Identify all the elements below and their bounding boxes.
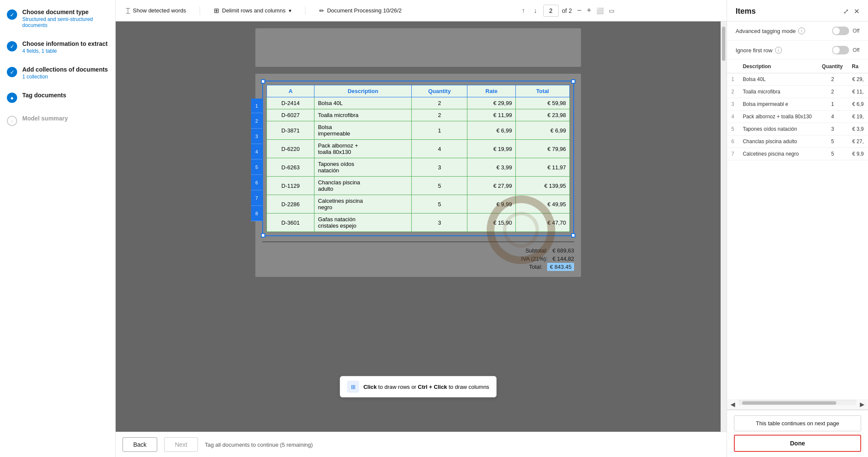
col-header-total: Total [515, 85, 569, 97]
cell-rate-4: € 19,99 [467, 140, 516, 158]
expand-panel-button[interactable]: ⤢ [843, 7, 849, 15]
chevron-down-icon: ▾ [289, 8, 291, 14]
table-row: D-2286 Calcetines piscinanegro 5 € 9,99 … [267, 195, 570, 213]
v-scroll-thumb[interactable] [722, 27, 725, 61]
cell-qty-5: 3 [412, 158, 467, 177]
item-qty-3: 1 [817, 98, 847, 111]
advanced-tagging-toggle[interactable] [832, 27, 849, 35]
vertical-scrollbar[interactable] [721, 21, 727, 432]
step4-title: Tag documents [22, 92, 66, 99]
advanced-tagging-switch[interactable]: Off [832, 27, 859, 35]
cell-qty-6: 5 [412, 177, 467, 195]
scroll-right-button[interactable]: ▶ [858, 400, 866, 409]
h-scrollbar-thumb[interactable] [742, 401, 836, 405]
cell-qty-3: 1 [412, 121, 467, 140]
text-icon: ⌶ [126, 7, 130, 15]
iva-row: IVA (21%): € 144,82 [262, 256, 574, 262]
separator-2 [305, 6, 305, 15]
iva-value: € 144,82 [552, 256, 574, 262]
row-label-6: 6 [251, 175, 262, 190]
item-rate-1: € 29, [847, 73, 868, 86]
item-qty-2: 2 [817, 86, 847, 98]
scroll-left-button[interactable]: ◀ [729, 400, 737, 409]
cell-a-6: D-1129 [267, 177, 314, 195]
row-label-2: 2 [251, 113, 262, 129]
zoom-out-button[interactable]: − [575, 4, 584, 17]
ignore-first-row-info[interactable]: i [775, 47, 782, 54]
next-button[interactable]: Next [164, 437, 198, 452]
doc-table-container: 1 2 3 4 5 6 7 8 A Description [255, 74, 581, 277]
ignore-first-row-toggle[interactable] [832, 46, 849, 54]
sidebar-step-5: ○ Model summary [7, 115, 108, 126]
bottom-message: Tag all documents to continue (5 remaini… [205, 442, 313, 448]
page-input[interactable] [543, 5, 559, 17]
cell-total-4: € 79,96 [515, 140, 569, 158]
row-label-4: 4 [251, 144, 262, 159]
item-rate-5: € 3,9 [847, 123, 868, 135]
page-up-button[interactable]: ↑ [519, 5, 528, 16]
tooltip-box: ⊞ Click to draw rows or Ctrl + Click to … [340, 376, 497, 397]
cell-total-2: € 23,98 [515, 109, 569, 121]
advanced-tagging-state: Off [853, 28, 859, 34]
cell-desc-3: Bolsaimpermeable [314, 121, 412, 140]
doc-viewer[interactable]: 1 2 3 4 5 6 7 8 A Description [116, 21, 721, 432]
step1-title: Choose document type [22, 9, 108, 15]
col-rate-header: Ra [847, 60, 868, 73]
cell-desc-2: Toalla microfibra [314, 109, 412, 121]
total-label: Total: [529, 264, 542, 270]
handle-bottom-left[interactable] [261, 233, 265, 238]
step1-subtitle: Structured and semi-structured documents [22, 16, 108, 28]
handle-bottom-right[interactable] [571, 233, 575, 238]
item-desc-7: Calcetines piscina negro [739, 148, 818, 160]
item-qty-6: 5 [817, 135, 847, 148]
step5-content: Model summary [22, 115, 68, 122]
item-desc-6: Chanclas piscina adulto [739, 135, 818, 148]
row-label-8: 8 [251, 206, 262, 221]
table-row: D-1129 Chanclas piscinaadulto 5 € 27,99 … [267, 177, 570, 195]
table-row: D-6263 Tapones oídosnatación 3 € 3,99 € … [267, 158, 570, 177]
ignore-first-row-switch[interactable]: Off [832, 46, 859, 54]
step3-content: Add collections of documents 1 collectio… [22, 66, 108, 80]
handle-top-right[interactable] [571, 79, 575, 84]
table-row: D-2414 Bolsa 40L 2 € 29,99 € 59,98 [267, 97, 570, 109]
done-button[interactable]: Done [734, 435, 861, 452]
main-area: ⌶ Show detected words ⊞ Delimit rows and… [116, 0, 727, 457]
close-panel-button[interactable]: ✕ [854, 7, 859, 15]
show-words-label: Show detected words [133, 7, 186, 14]
fit-page-button[interactable]: ⬜ [595, 6, 605, 16]
list-item: 7 Calcetines piscina negro 5 € 9,9 [727, 148, 868, 160]
item-desc-4: Pack albornoz + toalla 80x130 [739, 111, 818, 123]
cell-a-2: D-6027 [267, 109, 314, 121]
zoom-in-button[interactable]: + [585, 4, 593, 17]
cell-a-5: D-6263 [267, 158, 314, 177]
advanced-tagging-row: Advanced tagging mode i Off [727, 21, 868, 41]
fit-width-button[interactable]: ▭ [607, 6, 616, 16]
sidebar-step-2: ✓ Choose information to extract 4 fields… [7, 40, 108, 54]
doc-processing-button[interactable]: ✏ Document Processing 10/26/2 [316, 6, 405, 16]
advanced-tagging-info[interactable]: i [798, 27, 805, 34]
delimit-button[interactable]: ⊞ Delimit rows and columns ▾ [210, 5, 295, 16]
row-label-5: 5 [251, 159, 262, 175]
item-rate-6: € 27, [847, 135, 868, 148]
page-down-button[interactable]: ↓ [531, 5, 540, 16]
table-row: D-3871 Bolsaimpermeable 1 € 6,99 € 6,99 [267, 121, 570, 140]
items-inner-table: Description Quantity Ra 1 Bolsa 40L 2 € … [727, 60, 868, 160]
step2-subtitle: 4 fields, 1 table [22, 48, 108, 54]
panel-title: Items [736, 7, 756, 16]
handle-top-left[interactable] [261, 79, 265, 84]
table-selection-box[interactable]: 1 2 3 4 5 6 7 8 A Description [262, 81, 574, 236]
h-scrollbar[interactable] [739, 400, 856, 405]
list-item: 1 Bolsa 40L 2 € 29, [727, 73, 868, 86]
tooltip-icon: ⊞ [347, 381, 359, 393]
list-item: 5 Tapones oídos natación 3 € 3,9 [727, 123, 868, 135]
step3-icon: ✓ [7, 67, 17, 77]
cell-desc-4: Pack albornoz +toalla 80x130 [314, 140, 412, 158]
total-row: Total: € 843.45 [262, 264, 574, 270]
back-button[interactable]: Back [123, 437, 157, 452]
continues-button[interactable]: This table continues on next page [734, 415, 861, 431]
step4-content: Tag documents [22, 92, 66, 99]
show-words-button[interactable]: ⌶ Show detected words [123, 5, 189, 16]
cell-rate-3: € 6,99 [467, 121, 516, 140]
ignore-first-row-row: Ignore first row i Off [727, 41, 868, 60]
item-qty-5: 3 [817, 123, 847, 135]
